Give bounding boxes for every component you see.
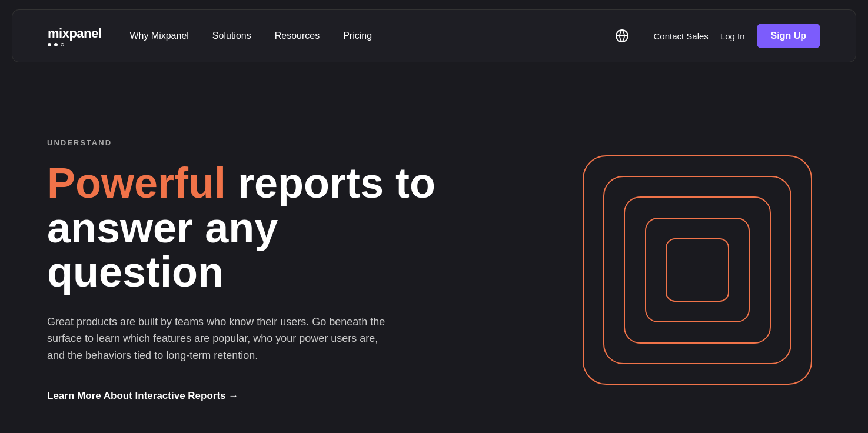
headline-accent: Powerful	[47, 159, 226, 206]
nav-link-resources[interactable]: Resources	[275, 31, 320, 41]
logo-text: mixpanel	[48, 26, 101, 41]
headline: Powerful reports to answer any question	[47, 161, 459, 295]
logo[interactable]: mixpanel	[48, 26, 101, 46]
square-5	[666, 238, 729, 302]
right-graphic	[574, 135, 821, 405]
nav-link-why-mixpanel[interactable]: Why Mixpanel	[129, 31, 188, 41]
nav-left: mixpanel Why Mixpanel Solutions Resource…	[48, 26, 372, 46]
nav-link-solutions[interactable]: Solutions	[212, 31, 251, 41]
logo-dot-3	[61, 43, 64, 46]
logo-dot-1	[48, 43, 51, 46]
nav-links: Why Mixpanel Solutions Resources Pricing	[129, 31, 372, 41]
nav-item-resources[interactable]: Resources	[275, 31, 320, 41]
logo-dots	[48, 43, 101, 46]
contact-sales-link[interactable]: Contact Sales	[653, 31, 708, 41]
login-link[interactable]: Log In	[720, 31, 745, 41]
left-content: UNDERSTAND Powerful reports to answer an…	[47, 138, 459, 402]
nav-item-pricing[interactable]: Pricing	[343, 31, 372, 41]
nav-item-why-mixpanel[interactable]: Why Mixpanel	[129, 31, 188, 41]
logo-dot-2	[54, 43, 58, 46]
nav-divider	[641, 29, 641, 43]
nav-right: Contact Sales Log In Sign Up	[615, 24, 820, 48]
main-content: UNDERSTAND Powerful reports to answer an…	[0, 72, 868, 433]
section-label: UNDERSTAND	[47, 138, 459, 147]
signup-button[interactable]: Sign Up	[757, 24, 820, 48]
concentric-squares	[583, 155, 812, 385]
description: Great products are built by teams who kn…	[47, 314, 388, 364]
nav-link-pricing[interactable]: Pricing	[343, 31, 372, 41]
nav-item-solutions[interactable]: Solutions	[212, 31, 251, 41]
learn-more-link[interactable]: Learn More About Interactive Reports →	[47, 390, 238, 402]
globe-icon[interactable]	[615, 29, 629, 43]
navbar: mixpanel Why Mixpanel Solutions Resource…	[12, 9, 856, 62]
